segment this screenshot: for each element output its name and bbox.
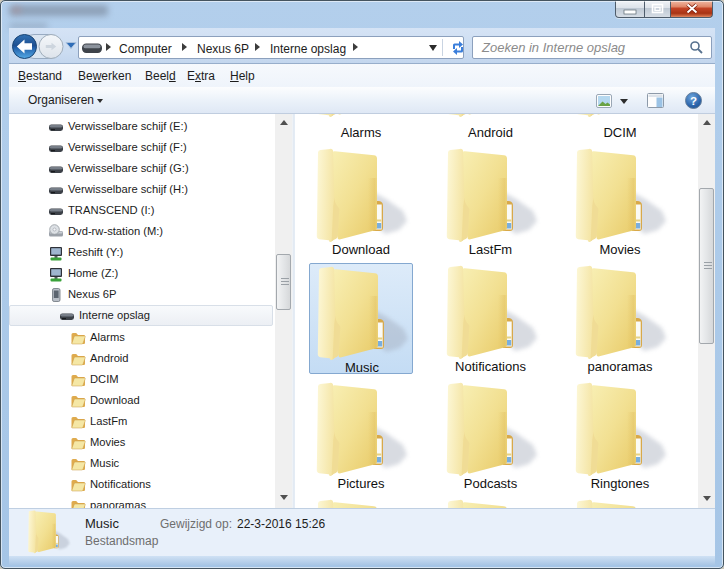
svg-text:?: ? [690, 95, 697, 107]
